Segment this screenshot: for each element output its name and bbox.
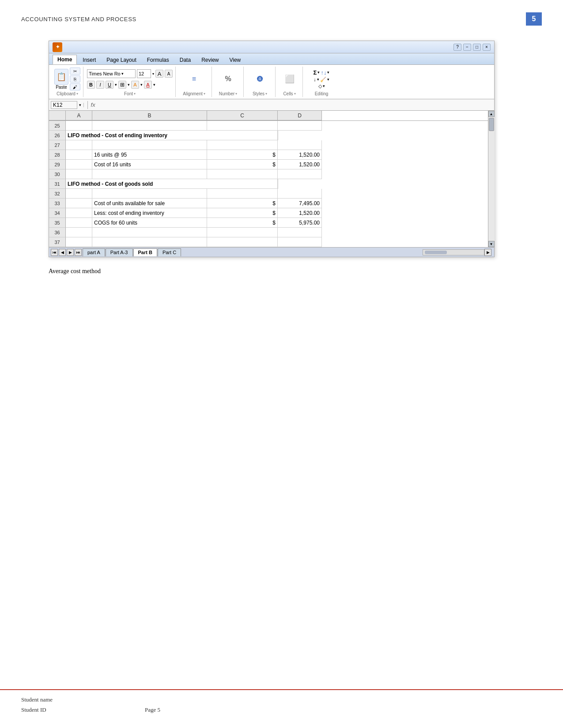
- row-header-34[interactable]: 34: [49, 208, 66, 218]
- bold-button[interactable]: B: [87, 81, 95, 89]
- cell-b32[interactable]: [92, 189, 207, 199]
- cell-a32[interactable]: [66, 189, 92, 199]
- row-header-30[interactable]: 30: [49, 169, 66, 179]
- tab-first-button[interactable]: ⏮: [51, 249, 58, 256]
- cell-c30[interactable]: [207, 169, 278, 179]
- tab-last-button[interactable]: ⏭: [75, 249, 82, 256]
- underline-dropdown-icon[interactable]: ▾: [115, 83, 117, 87]
- cell-d33[interactable]: 7,495.00: [278, 199, 322, 208]
- cell-a37[interactable]: [66, 237, 92, 247]
- sheet-tab-part-c[interactable]: Part C: [158, 248, 181, 256]
- row-header-28[interactable]: 28: [49, 150, 66, 160]
- row-header-36[interactable]: 36: [49, 228, 66, 237]
- scroll-down-arrow[interactable]: ▼: [488, 241, 495, 247]
- cell-b35[interactable]: COGS for 60 units: [92, 218, 207, 228]
- format-painter-button[interactable]: 🖌: [70, 83, 80, 90]
- cell-reference-box[interactable]: K12: [51, 101, 77, 109]
- cell-d25[interactable]: [278, 121, 322, 131]
- styles-expand-icon[interactable]: ▾: [265, 92, 267, 96]
- help-button[interactable]: ?: [453, 44, 461, 51]
- cell-b37[interactable]: [92, 237, 207, 247]
- underline-button[interactable]: U: [106, 81, 113, 89]
- cell-b29[interactable]: Cost of 16 units: [92, 160, 207, 169]
- tab-view[interactable]: View: [224, 55, 246, 64]
- horizontal-scrollbar[interactable]: [423, 249, 484, 255]
- cell-a28[interactable]: [66, 150, 92, 160]
- scroll-up-arrow[interactable]: ▲: [488, 111, 495, 117]
- erase-dropdown-icon[interactable]: ▾: [323, 84, 325, 88]
- cell-b28[interactable]: 16 units @ 95: [92, 150, 207, 160]
- cell-d34[interactable]: 1,520.00: [278, 208, 322, 218]
- cell-b25[interactable]: [92, 121, 207, 131]
- paste-button[interactable]: 📋 Paste: [54, 69, 68, 90]
- cell-b36[interactable]: [92, 228, 207, 237]
- cell-a31[interactable]: LIFO method - Cost of goods sold: [66, 179, 278, 189]
- h-scroll-right[interactable]: ▶: [484, 249, 491, 256]
- cell-c29[interactable]: $: [207, 160, 278, 169]
- title-bar-controls[interactable]: ? − □ ×: [453, 44, 491, 51]
- alignment-expand-icon[interactable]: ▾: [204, 92, 205, 96]
- font-expand-icon[interactable]: ▾: [134, 92, 136, 96]
- row-header-26[interactable]: 26: [49, 131, 66, 140]
- sort-dropdown-icon[interactable]: ▾: [327, 70, 329, 75]
- cell-d36[interactable]: [278, 228, 322, 237]
- decrease-font-button[interactable]: A: [165, 70, 173, 78]
- cell-d35[interactable]: 5,975.00: [278, 218, 322, 228]
- cell-b33[interactable]: Cost of units available for sale: [92, 199, 207, 208]
- tab-home[interactable]: Home: [53, 55, 77, 64]
- font-size-dropdown-icon[interactable]: ▾: [152, 72, 154, 76]
- cell-c36[interactable]: [207, 228, 278, 237]
- cell-b30[interactable]: [92, 169, 207, 179]
- cell-c33[interactable]: $: [207, 199, 278, 208]
- increase-font-button[interactable]: A: [155, 70, 163, 78]
- cell-a29[interactable]: [66, 160, 92, 169]
- col-header-d[interactable]: D: [278, 111, 322, 120]
- sheet-tab-part-b[interactable]: Part B: [133, 248, 157, 256]
- cell-c35[interactable]: $: [207, 218, 278, 228]
- italic-button[interactable]: I: [96, 81, 104, 89]
- cell-d26[interactable]: [278, 131, 278, 140]
- row-header-32[interactable]: 32: [49, 189, 66, 199]
- border-dropdown-icon[interactable]: ▾: [128, 83, 130, 87]
- cell-d27[interactable]: [278, 140, 322, 150]
- clear-dropdown-icon[interactable]: ▾: [327, 77, 329, 82]
- sheet-tab-part-a[interactable]: part A: [83, 248, 105, 256]
- col-header-a[interactable]: A: [66, 111, 92, 120]
- number-expand-icon[interactable]: ▾: [235, 92, 237, 96]
- border-button[interactable]: ⊞: [118, 81, 126, 89]
- row-header-31[interactable]: 31: [49, 179, 66, 189]
- tab-review[interactable]: Review: [196, 55, 223, 64]
- cell-a26[interactable]: LIFO method - Cost of ending inventory: [66, 131, 278, 140]
- cell-b34[interactable]: Less: cost of ending inventory: [92, 208, 207, 218]
- font-color-dropdown-icon[interactable]: ▾: [153, 83, 155, 87]
- tab-insert[interactable]: Insert: [78, 55, 101, 64]
- row-header-35[interactable]: 35: [49, 218, 66, 228]
- cell-d32[interactable]: [278, 189, 322, 199]
- font-name-input[interactable]: Times New Ro ▾: [87, 69, 136, 78]
- cell-a33[interactable]: [66, 199, 92, 208]
- row-header-25[interactable]: 25: [49, 121, 66, 131]
- tab-formulas[interactable]: Formulas: [142, 55, 174, 64]
- cell-c27[interactable]: [207, 140, 278, 150]
- cell-c32[interactable]: [207, 189, 278, 199]
- sigma-dropdown-icon[interactable]: ▾: [317, 70, 320, 75]
- vertical-scrollbar[interactable]: ▲ ▼: [488, 111, 494, 247]
- cell-a34[interactable]: [66, 208, 92, 218]
- fill-dropdown-icon[interactable]: ▾: [140, 83, 143, 87]
- cell-c25[interactable]: [207, 121, 278, 131]
- cell-a25[interactable]: [66, 121, 92, 131]
- font-size-input[interactable]: 12: [137, 69, 151, 78]
- minimize-button[interactable]: −: [463, 44, 471, 51]
- scroll-thumb[interactable]: [489, 118, 494, 131]
- cell-a36[interactable]: [66, 228, 92, 237]
- tab-prev-button[interactable]: ◀: [59, 249, 66, 256]
- col-header-c[interactable]: C: [207, 111, 278, 120]
- cell-d31[interactable]: [278, 179, 278, 189]
- tab-data[interactable]: Data: [175, 55, 196, 64]
- cell-ref-dropdown-icon[interactable]: ▾: [79, 103, 81, 107]
- cell-d37[interactable]: [278, 237, 322, 247]
- tab-page-layout[interactable]: Page Layout: [102, 55, 141, 64]
- col-header-b[interactable]: B: [92, 111, 207, 120]
- cell-b27[interactable]: [92, 140, 207, 150]
- sheet-tab-part-a3[interactable]: Part A-3: [106, 248, 133, 256]
